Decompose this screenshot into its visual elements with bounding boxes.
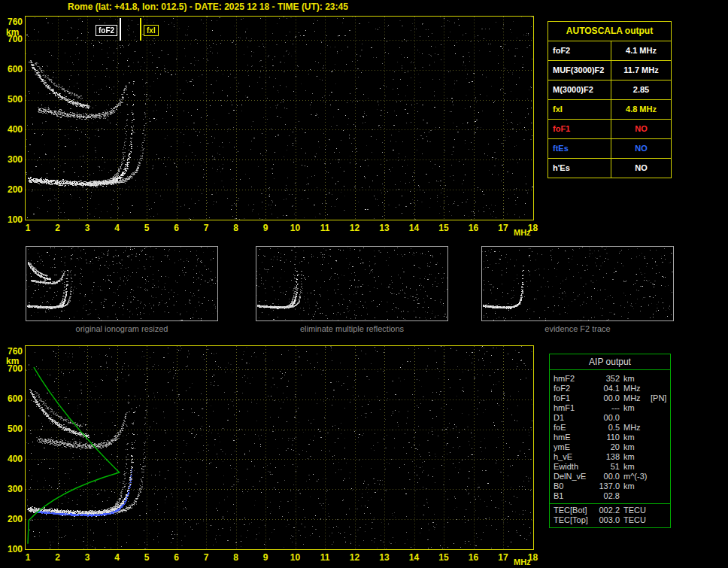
x-tick-label: 13 [379,223,389,233]
x-tick-label: 10 [290,223,300,233]
aip-row-value: 110 [595,433,623,442]
autoscala-row-value: NO [611,159,671,178]
thumbnail-canvas-no-multiples [256,247,447,320]
x-tick-label: 11 [320,223,330,233]
autoscala-title: AUTOSCALA output [548,22,671,41]
x-tick-label: 7 [204,223,209,233]
aip-row-unit: MHz [623,384,651,393]
aip-row-unit: TECU [623,506,651,515]
thumbnail-panel-f2-trace [481,246,674,321]
aip-row-value: 002.2 [595,506,623,515]
autoscala-row-label: MUF(3000)F2 [548,61,611,80]
aip-row-label: hmE [554,433,595,442]
aip-row-value: 003.0 [595,515,623,525]
fxi-marker-label: fxI [144,25,159,36]
aip-row: B0 137.0 km [550,481,670,491]
autoscala-row-value: 2.85 [611,80,671,99]
aip-row-extra [651,433,670,442]
x-tick-label: 13 [379,552,389,563]
thumbnail-caption-original: original ionogram resized [76,324,168,333]
autoscala-rows: foF2 4.1 MHz MUF(3000)F2 11.7 MHz M(3000… [548,41,671,178]
y-tick-label: 500 [3,424,23,434]
thumbnail-panel-original [26,246,218,321]
y-tick-label: 760 [3,17,23,27]
aip-row-unit [623,491,651,501]
aip-row-label: ymE [554,442,595,452]
thumbnail-canvas-original [26,247,217,320]
y-tick-label: 100 [3,545,23,554]
aip-row-extra [651,374,670,384]
aip-row: foE 0.5 MHz [550,423,670,433]
y-tick-label: 200 [3,185,23,195]
y-tick-label: 600 [3,65,23,74]
autoscala-row: MUF(3000)F2 11.7 MHz [548,60,671,80]
aip-row-value: 00.0 [595,472,623,481]
aip-row-unit: MHz [623,393,651,403]
thumbnail-panel-no-multiples [256,246,448,321]
aip-row-unit: km [623,481,651,491]
autoscala-row-label: ftEs [548,139,611,158]
aip-row-extra [651,452,670,462]
x-tick-label: 5 [144,552,150,563]
aip-row-label: B0 [554,481,595,491]
aip-row-unit [623,413,651,423]
aip-row-extra [651,472,670,481]
aip-row-extra [651,515,670,525]
aip-row-extra: [PN] [651,393,670,403]
x-tick-label: 14 [409,223,419,233]
thumbnail-canvas-f2-trace [482,247,673,320]
aip-row-value: 20 [595,442,623,452]
aip-row-value: 00.0 [595,413,623,423]
autoscala-row: ftEs NO [548,138,671,158]
x-tick-label: 1 [26,223,31,233]
bottom-ionogram-panel [25,345,534,550]
x-tick-label: 16 [469,552,478,563]
aip-row-label: foF2 [554,384,595,393]
autoscala-row-value: 11.7 MHz [611,61,671,80]
x-tick-label: 15 [438,223,448,233]
y-tick-label: 400 [3,454,23,464]
aip-row: Ewidth 51 km [550,462,670,472]
aip-row-value: 138 [595,452,623,462]
autoscala-row-label: foF2 [548,41,611,60]
aip-row-extra [651,423,670,433]
y-tick-label: 500 [3,95,23,105]
autoscala-row-label: M(3000)F2 [548,80,611,99]
x-tick-label: 10 [290,552,300,563]
autoscala-row-label: foF1 [548,120,611,138]
aip-row-value: --- [595,403,623,413]
aip-row: hmE 110 km [550,433,670,442]
aip-row: foF1 00.0 MHz [PN] [550,393,670,403]
bottom-x-axis-unit: MHz [514,557,531,566]
aip-tec-rows: TEC[Bot] 002.2 TECU TEC[Top] 003.0 TECU [550,503,670,527]
aip-rows: hmF2 352 km foF2 04.1 MHz foF1 00.0 MHz … [550,370,670,503]
autoscala-row-value: 4.8 MHz [611,100,671,119]
aip-row: hmF2 352 km [550,374,670,384]
x-tick-label: 5 [144,223,150,233]
bottom-ionogram-canvas [26,346,533,549]
aip-table: AIP output hmF2 352 km foF2 04.1 MHz foF… [549,354,671,528]
autoscala-row: M(3000)F2 2.85 [548,80,671,99]
aip-row-label: h_vE [554,452,595,462]
aip-row-unit: km [623,442,651,452]
header-title: Rome (lat: +41.8, lon: 012.5) - DATE: 20… [68,2,348,12]
autoscala-row: fxI 4.8 MHz [548,99,671,119]
aip-row: D1 00.0 [550,413,670,423]
autoscala-row-value: NO [611,120,671,138]
x-tick-label: 11 [320,552,330,563]
aip-tec-row: TEC[Top] 003.0 TECU [550,515,670,525]
autoscala-row-value: 4.1 MHz [611,41,671,60]
aip-row-extra [651,462,670,472]
autoscala-row-value: NO [611,139,671,158]
fxi-marker-line [140,18,141,41]
x-tick-label: 8 [233,223,238,233]
autoscala-row: foF2 4.1 MHz [548,41,671,60]
aip-row-value: 137.0 [595,481,623,491]
aip-row-unit: MHz [623,423,651,433]
x-tick-label: 4 [114,223,120,233]
x-tick-label: 8 [233,552,238,563]
y-tick-label: 200 [3,515,23,524]
aip-row-label: DelN_vE [554,472,595,481]
x-tick-label: 2 [55,552,60,563]
aip-row-value: 0.5 [595,423,623,433]
